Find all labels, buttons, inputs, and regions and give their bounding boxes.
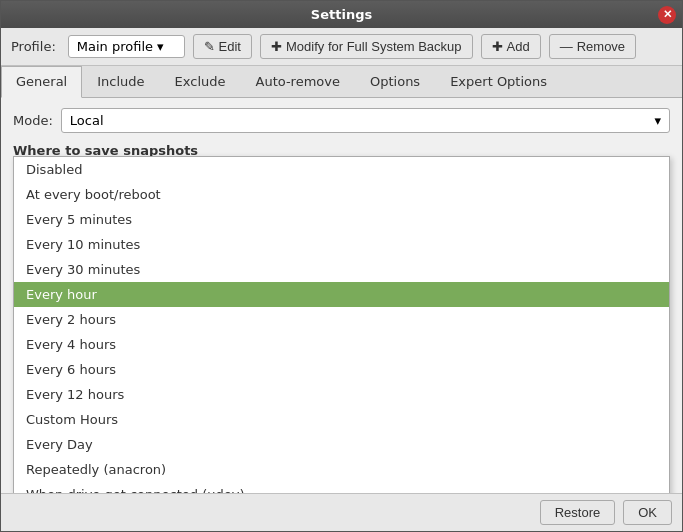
option-every-boot[interactable]: At every boot/reboot xyxy=(14,182,669,207)
toolbar: Profile: Main profile ▾ ✎ Edit ✚ Modify … xyxy=(1,28,682,66)
close-button[interactable]: ✕ xyxy=(658,6,676,24)
remove-icon: — xyxy=(560,39,573,54)
option-custom-hours[interactable]: Custom Hours xyxy=(14,407,669,432)
mode-chevron-icon: ▾ xyxy=(654,113,661,128)
mode-value: Local xyxy=(70,113,104,128)
tab-general[interactable]: General xyxy=(1,66,82,98)
tab-exclude[interactable]: Exclude xyxy=(160,66,241,97)
remove-button[interactable]: — Remove xyxy=(549,34,636,59)
window-title: Settings xyxy=(311,7,372,22)
title-bar: Settings ✕ xyxy=(1,1,682,28)
option-every-6-hours[interactable]: Every 6 hours xyxy=(14,357,669,382)
mode-row: Mode: Local ▾ xyxy=(13,108,670,133)
add-label: Add xyxy=(507,39,530,54)
tab-options[interactable]: Options xyxy=(355,66,435,97)
profile-label: Profile: xyxy=(11,39,56,54)
edit-icon: ✎ xyxy=(204,39,215,54)
schedule-dropdown[interactable]: Disabled At every boot/reboot Every 5 mi… xyxy=(13,156,670,493)
tab-expert-options[interactable]: Expert Options xyxy=(435,66,562,97)
modify-label: Modify for Full System Backup xyxy=(286,39,462,54)
modify-button[interactable]: ✚ Modify for Full System Backup xyxy=(260,34,473,59)
main-content: Mode: Local ▾ Where to save snapshots Di… xyxy=(1,98,682,493)
close-icon: ✕ xyxy=(663,8,672,21)
option-every-10-minutes[interactable]: Every 10 minutes xyxy=(14,232,669,257)
restore-button[interactable]: Restore xyxy=(540,500,616,525)
option-disabled[interactable]: Disabled xyxy=(14,157,669,182)
settings-window: Settings ✕ Profile: Main profile ▾ ✎ Edi… xyxy=(0,0,683,532)
option-every-5-minutes[interactable]: Every 5 minutes xyxy=(14,207,669,232)
tab-auto-remove[interactable]: Auto-remove xyxy=(241,66,355,97)
profile-dropdown[interactable]: Main profile ▾ xyxy=(68,35,185,58)
profile-value: Main profile xyxy=(77,39,153,54)
modify-icon: ✚ xyxy=(271,39,282,54)
tab-bar: General Include Exclude Auto-remove Opti… xyxy=(1,66,682,98)
add-icon: ✚ xyxy=(492,39,503,54)
bottom-bar: Restore OK xyxy=(1,493,682,531)
edit-label: Edit xyxy=(219,39,241,54)
mode-label: Mode: xyxy=(13,113,53,128)
option-every-day[interactable]: Every Day xyxy=(14,432,669,457)
chevron-down-icon: ▾ xyxy=(157,39,164,54)
option-every-30-minutes[interactable]: Every 30 minutes xyxy=(14,257,669,282)
option-repeatedly[interactable]: Repeatedly (anacron) xyxy=(14,457,669,482)
option-every-2-hours[interactable]: Every 2 hours xyxy=(14,307,669,332)
ok-button[interactable]: OK xyxy=(623,500,672,525)
tab-include[interactable]: Include xyxy=(82,66,159,97)
option-every-hour[interactable]: Every hour xyxy=(14,282,669,307)
mode-select[interactable]: Local ▾ xyxy=(61,108,670,133)
remove-label: Remove xyxy=(577,39,625,54)
option-every-4-hours[interactable]: Every 4 hours xyxy=(14,332,669,357)
add-button[interactable]: ✚ Add xyxy=(481,34,541,59)
option-when-drive-connected[interactable]: When drive get connected (udev) xyxy=(14,482,669,493)
option-every-12-hours[interactable]: Every 12 hours xyxy=(14,382,669,407)
edit-button[interactable]: ✎ Edit xyxy=(193,34,252,59)
